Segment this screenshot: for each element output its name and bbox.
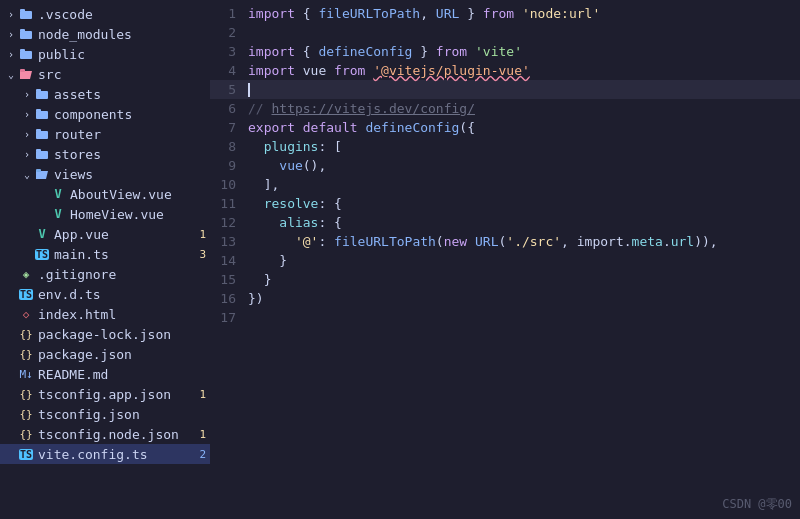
code-line-14: 14 } — [210, 251, 800, 270]
file-label-node_modules: node_modules — [38, 27, 210, 42]
file-icon-node_modules — [18, 26, 34, 42]
code-line-17: 17 — [210, 308, 800, 327]
sidebar-item-tsconfig[interactable]: {}tsconfig.json — [0, 404, 210, 424]
line-number-15: 15 — [210, 270, 248, 289]
svg-rect-17 — [36, 169, 41, 172]
code-line-8: 8 plugins: [ — [210, 137, 800, 156]
file-icon-stores — [34, 146, 50, 162]
file-label-tsconfig-node: tsconfig.node.json — [38, 427, 192, 442]
sidebar-item-env[interactable]: TSenv.d.ts — [0, 284, 210, 304]
sidebar-item-AboutView[interactable]: VAboutView.vue — [0, 184, 210, 204]
token-comment-link: https://vitejs.dev/config/ — [271, 101, 475, 116]
code-line-13: 13 '@': fileURLToPath(new URL('./src', i… — [210, 232, 800, 251]
file-icon-src — [18, 66, 34, 82]
file-label-public: public — [38, 47, 210, 62]
token-fn: URL — [475, 234, 498, 249]
svg-rect-13 — [36, 129, 41, 132]
sidebar-item-views[interactable]: ⌄views — [0, 164, 210, 184]
token-punct: )), — [694, 234, 717, 249]
line-content-12: alias: { — [248, 213, 800, 232]
tree-arrow-router: › — [20, 129, 34, 140]
sidebar-item-public[interactable]: ›public — [0, 44, 210, 64]
token-punct: (), — [303, 158, 326, 173]
file-badge-tsconfig-node: 1 — [192, 428, 206, 441]
file-icon-tsconfig: {} — [18, 406, 34, 422]
line-number-12: 12 — [210, 213, 248, 232]
file-label-stores: stores — [54, 147, 210, 162]
sidebar-item-tsconfig-app[interactable]: {}tsconfig.app.json1 — [0, 384, 210, 404]
file-label-tsconfig: tsconfig.json — [38, 407, 210, 422]
sidebar-item-index[interactable]: ◇index.html — [0, 304, 210, 324]
svg-rect-0 — [20, 11, 32, 19]
file-icon-router — [34, 126, 50, 142]
token-punct — [295, 63, 303, 78]
sidebar-item-assets[interactable]: ›assets — [0, 84, 210, 104]
token-punct — [248, 158, 279, 173]
line-content-10: ], — [248, 175, 800, 194]
file-icon-vscode — [18, 6, 34, 22]
token-comment: // — [248, 101, 271, 116]
code-line-10: 10 ], — [210, 175, 800, 194]
token-str-green: 'vite' — [475, 44, 522, 59]
token-prop: alias — [279, 215, 318, 230]
sidebar-item-gitignore[interactable]: ◈.gitignore — [0, 264, 210, 284]
token-fn: fileURLToPath — [334, 234, 436, 249]
file-icon-env: TS — [18, 286, 34, 302]
sidebar-item-package[interactable]: {}package.json — [0, 344, 210, 364]
code-editor: 1import { fileURLToPath, URL } from 'nod… — [210, 0, 800, 519]
line-content-9: vue(), — [248, 156, 800, 175]
tree-arrow-stores: › — [20, 149, 34, 160]
sidebar-item-HomeView[interactable]: VHomeView.vue — [0, 204, 210, 224]
file-icon-vite-config: TS — [18, 446, 34, 462]
tree-arrow-components: › — [20, 109, 34, 120]
file-icon-tsconfig-app: {} — [18, 386, 34, 402]
file-icon-gitignore: ◈ — [18, 266, 34, 282]
token-punct — [467, 44, 475, 59]
line-content-7: export default defineConfig({ — [248, 118, 800, 137]
token-kw: from — [483, 6, 514, 21]
svg-rect-14 — [36, 151, 48, 159]
file-label-App: App.vue — [54, 227, 192, 242]
token-fn: defineConfig — [365, 120, 459, 135]
code-line-12: 12 alias: { — [210, 213, 800, 232]
code-lines: 1import { fileURLToPath, URL } from 'nod… — [210, 4, 800, 327]
sidebar-item-App[interactable]: VApp.vue1 — [0, 224, 210, 244]
sidebar-item-README[interactable]: M↓README.md — [0, 364, 210, 384]
token-kw: import — [248, 44, 295, 59]
token-punct — [248, 234, 295, 249]
sidebar-item-node_modules[interactable]: ›node_modules — [0, 24, 210, 44]
svg-rect-10 — [36, 111, 48, 119]
code-line-15: 15 } — [210, 270, 800, 289]
code-line-1: 1import { fileURLToPath, URL } from 'nod… — [210, 4, 800, 23]
line-content-13: '@': fileURLToPath(new URL('./src', impo… — [248, 232, 800, 251]
token-punct: : [ — [318, 139, 341, 154]
token-fn: vue — [279, 158, 302, 173]
line-number-4: 4 — [210, 61, 248, 80]
token-punct: : { — [318, 196, 341, 211]
token-punct — [514, 6, 522, 21]
file-icon-public — [18, 46, 34, 62]
token-punct — [467, 234, 475, 249]
file-badge-App: 1 — [192, 228, 206, 241]
svg-rect-5 — [20, 49, 25, 52]
tree-arrow-node_modules: › — [4, 29, 18, 40]
line-number-17: 17 — [210, 308, 248, 327]
token-fn: URL — [436, 6, 459, 21]
sidebar-item-stores[interactable]: ›stores — [0, 144, 210, 164]
sidebar-item-tsconfig-node[interactable]: {}tsconfig.node.json1 — [0, 424, 210, 444]
sidebar-item-vite-config[interactable]: TSvite.config.ts2 — [0, 444, 210, 464]
token-punct: : — [318, 234, 334, 249]
sidebar-item-vscode[interactable]: ›.vscode — [0, 4, 210, 24]
token-fn: defineConfig — [318, 44, 412, 59]
sidebar-item-main[interactable]: TSmain.ts3 — [0, 244, 210, 264]
svg-marker-16 — [36, 171, 48, 179]
file-label-HomeView: HomeView.vue — [70, 207, 210, 222]
file-label-components: components — [54, 107, 210, 122]
sidebar-item-src[interactable]: ⌄src — [0, 64, 210, 84]
sidebar-item-components[interactable]: ›components — [0, 104, 210, 124]
token-bracket: }) — [248, 291, 264, 306]
sidebar-item-router[interactable]: ›router — [0, 124, 210, 144]
sidebar-item-package-lock[interactable]: {}package-lock.json — [0, 324, 210, 344]
file-icon-index: ◇ — [18, 306, 34, 322]
code-line-6: 6// https://vitejs.dev/config/ — [210, 99, 800, 118]
